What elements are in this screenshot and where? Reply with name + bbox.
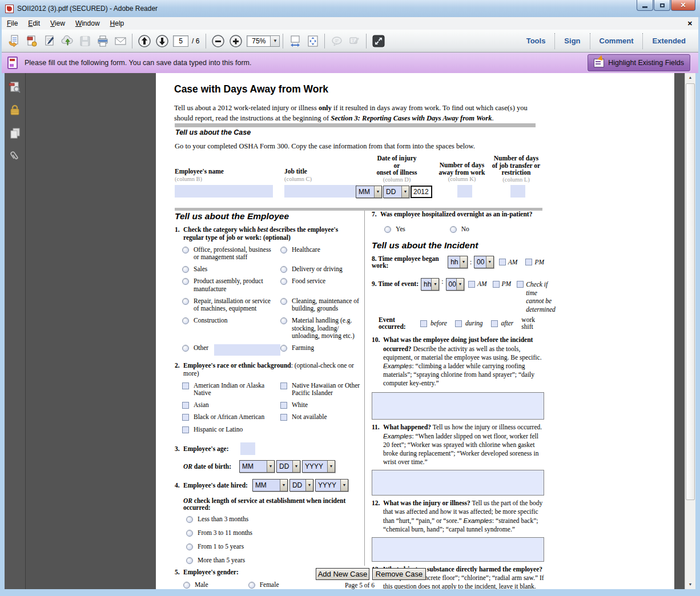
birth-day-select[interactable]: DD▼ — [276, 460, 300, 473]
page-thumbnails-icon[interactable] — [8, 80, 22, 94]
comment-bubble-icon[interactable] — [328, 33, 345, 50]
radio-button[interactable] — [450, 226, 457, 233]
question-11-answer-field[interactable] — [372, 470, 544, 496]
radio-button[interactable] — [248, 582, 255, 589]
checkbox[interactable] — [182, 382, 189, 389]
save-icon[interactable] — [76, 33, 94, 50]
radio-button[interactable] — [186, 516, 193, 523]
restore-button[interactable] — [654, 0, 670, 11]
radio-button[interactable] — [384, 226, 391, 233]
radio-button[interactable] — [280, 278, 287, 285]
began-work-minute-select[interactable]: 00▼ — [474, 256, 494, 268]
radio-option[interactable]: From 3 to 11 months — [186, 529, 360, 537]
radio-option[interactable]: No — [450, 225, 469, 233]
sign-link[interactable]: Sign — [555, 37, 589, 45]
extended-link[interactable]: Extended — [643, 37, 695, 45]
add-new-case-button[interactable]: Add New Case — [316, 568, 369, 580]
radio-button[interactable] — [280, 266, 287, 273]
zoom-in-icon[interactable] — [227, 33, 244, 50]
event-am-checkbox[interactable] — [468, 281, 475, 288]
print-icon[interactable] — [94, 33, 111, 50]
radio-option[interactable]: Sales — [182, 265, 280, 273]
injury-month-select[interactable]: MM▼ — [356, 186, 382, 198]
after-checkbox[interactable] — [491, 320, 498, 327]
previous-page-icon[interactable] — [135, 33, 153, 50]
checkbox-option[interactable]: Black or African American — [182, 413, 280, 421]
job-transfer-days-field[interactable] — [510, 185, 525, 198]
event-hour-select[interactable]: hh▼ — [421, 278, 439, 291]
hired-year-select[interactable]: YYYY▼ — [315, 479, 348, 492]
checkbox[interactable] — [280, 414, 287, 421]
radio-option[interactable]: Farming — [280, 344, 360, 356]
menu-window[interactable]: Window — [70, 18, 105, 29]
employee-name-field[interactable] — [175, 185, 273, 198]
radio-option[interactable]: Construction — [182, 317, 280, 340]
radio-button[interactable] — [182, 317, 189, 324]
menu-help[interactable]: Help — [105, 18, 130, 29]
zoom-out-icon[interactable] — [209, 33, 227, 50]
birth-month-select[interactable]: MM▼ — [239, 460, 275, 473]
radio-option[interactable]: Female — [248, 581, 279, 589]
menu-file[interactable]: File — [2, 18, 23, 29]
began-work-am-checkbox[interactable] — [499, 259, 506, 265]
checkbox[interactable] — [280, 402, 287, 409]
began-work-pm-checkbox[interactable] — [525, 259, 532, 265]
scroll-up-icon[interactable]: ▲ — [685, 73, 695, 82]
other-job-field[interactable] — [214, 344, 280, 356]
radio-option[interactable]: Office, professional, business or manage… — [182, 246, 280, 261]
menu-edit[interactable]: Edit — [23, 18, 45, 29]
menubar-close-icon[interactable]: ✕ — [687, 20, 693, 27]
radio-option[interactable]: Less than 3 months — [186, 516, 360, 523]
email-icon[interactable] — [111, 33, 129, 50]
checkbox-option[interactable]: Not available — [280, 413, 366, 421]
time-cannot-be-determined-checkbox[interactable] — [517, 281, 524, 288]
remove-case-button[interactable]: Remove Case — [372, 568, 426, 580]
radio-option[interactable]: Repair, installation or service of machi… — [182, 297, 280, 312]
open-icon[interactable] — [5, 33, 23, 50]
radio-button[interactable] — [280, 345, 287, 352]
radio-button[interactable] — [280, 247, 287, 253]
checkbox-option[interactable]: White — [280, 401, 366, 409]
reading-mode-icon[interactable] — [369, 33, 387, 50]
radio-button[interactable] — [280, 298, 287, 305]
hired-month-select[interactable]: MM▼ — [252, 479, 288, 492]
job-title-field[interactable] — [284, 185, 357, 198]
question-10-answer-field[interactable] — [372, 392, 544, 420]
radio-option[interactable]: Cleaning, maintenance of building, groun… — [280, 297, 360, 312]
radio-button[interactable] — [182, 278, 189, 285]
checkbox-option[interactable]: Asian — [182, 401, 280, 409]
birth-year-select[interactable]: YYYY▼ — [302, 460, 335, 473]
before-checkbox[interactable] — [420, 320, 427, 327]
radio-option-other[interactable]: Other — [182, 344, 280, 356]
checkbox[interactable] — [182, 402, 189, 409]
fill-sign-icon[interactable] — [41, 33, 58, 50]
minimize-button[interactable] — [637, 0, 653, 11]
fit-page-icon[interactable] — [304, 33, 321, 50]
zoom-level-value[interactable]: 75% — [247, 35, 271, 47]
comment-link[interactable]: Comment — [590, 37, 643, 45]
create-pdf-icon[interactable] — [23, 33, 41, 50]
attachments-paperclip-icon[interactable] — [8, 148, 22, 163]
scroll-down-icon[interactable]: ▼ — [685, 580, 695, 589]
radio-button[interactable] — [280, 317, 287, 324]
began-work-hour-select[interactable]: hh▼ — [448, 256, 468, 268]
checkbox[interactable] — [280, 382, 287, 389]
radio-option[interactable]: Food service — [280, 277, 360, 292]
checkbox[interactable] — [182, 414, 189, 421]
injury-day-select[interactable]: DD▼ — [383, 186, 409, 198]
scrollbar-thumb[interactable] — [686, 83, 695, 500]
close-button[interactable]: ✕ — [671, 0, 695, 11]
radio-option[interactable]: From 1 to 5 years — [186, 543, 360, 550]
fit-width-icon[interactable] — [286, 33, 304, 50]
radio-option[interactable]: Material handling (e.g. stocking, loadin… — [280, 317, 360, 340]
radio-button[interactable] — [186, 543, 193, 550]
event-minute-select[interactable]: 00▼ — [446, 278, 464, 291]
radio-button[interactable] — [182, 298, 189, 305]
radio-button[interactable] — [183, 582, 190, 589]
radio-option[interactable]: Product assembly, product manufacture — [182, 277, 280, 292]
event-pm-checkbox[interactable] — [493, 281, 500, 288]
tools-link[interactable]: Tools — [517, 37, 555, 45]
vertical-scrollbar[interactable]: ▲ ▼ — [685, 73, 695, 589]
radio-button[interactable] — [182, 266, 189, 273]
page-number-input[interactable]: 5 — [173, 35, 188, 47]
